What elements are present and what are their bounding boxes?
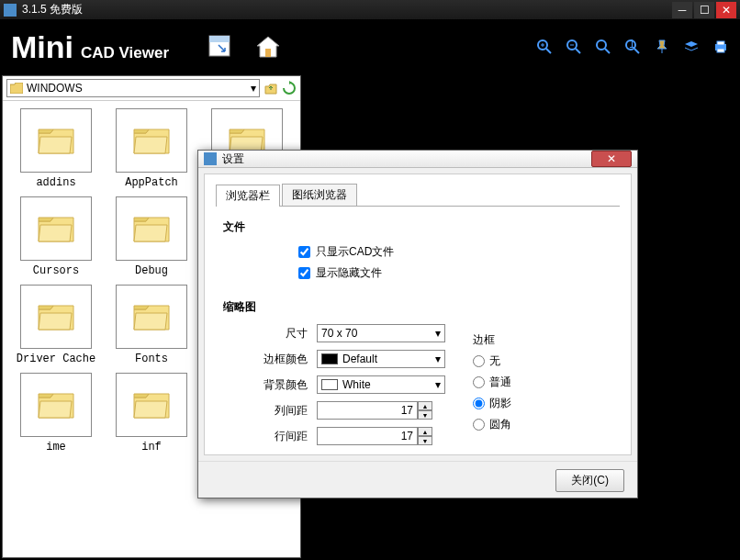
checkbox-show-hidden[interactable] <box>298 267 310 279</box>
svg-line-8 <box>576 49 580 53</box>
spin-down-icon[interactable]: ▼ <box>418 436 432 445</box>
spin-down-icon[interactable]: ▼ <box>418 410 432 420</box>
radio-border-normal[interactable] <box>473 376 485 388</box>
print-icon[interactable] <box>712 39 729 55</box>
pin-icon[interactable] <box>654 39 670 55</box>
app-icon <box>4 4 17 17</box>
input-row-spacing[interactable] <box>317 427 418 445</box>
home-tool-icon[interactable] <box>252 30 285 63</box>
brand-cad: CAD Viewer <box>81 44 169 62</box>
folder-icon <box>20 285 92 349</box>
label-bg-color: 背景颜色 <box>234 377 317 393</box>
toolbar: Mini CAD Viewer 1 <box>0 20 740 73</box>
folder-icon <box>20 108 92 173</box>
folder-item[interactable]: Cursors <box>10 196 102 277</box>
folder-label: inf <box>141 441 162 454</box>
folder-label: Cursors <box>33 264 79 277</box>
path-row: WINDOWS ▾ <box>3 76 300 101</box>
dialog-close-button[interactable]: ✕ <box>591 151 632 167</box>
path-dropdown[interactable]: WINDOWS ▾ <box>6 79 260 97</box>
radio-border-none[interactable] <box>473 355 485 367</box>
svg-line-4 <box>546 49 551 53</box>
label-border: 边框 <box>473 332 620 348</box>
section-file-title: 文件 <box>223 219 620 235</box>
folder-label: Fonts <box>135 353 168 365</box>
folder-item[interactable]: Debug <box>106 196 197 277</box>
spin-up-icon[interactable]: ▲ <box>418 427 432 436</box>
spin-up-icon[interactable]: ▲ <box>418 401 432 410</box>
dialog-tabs: 浏览器栏 图纸浏览器 <box>216 184 620 207</box>
svg-line-11 <box>605 49 610 53</box>
folder-item[interactable]: Driver Cache <box>10 285 102 365</box>
settings-dialog: 设置 ✕ 浏览器栏 图纸浏览器 文件 只显示CAD文件 显示隐藏文件 缩略图 尺… <box>197 150 638 498</box>
zoom-fit-icon[interactable] <box>595 39 611 55</box>
select-bg-color[interactable]: White▾ <box>317 375 445 394</box>
folder-label: Driver Cache <box>17 353 95 365</box>
zoom-in-icon[interactable] <box>536 39 553 55</box>
document-tool-icon[interactable] <box>204 30 237 63</box>
chevron-down-icon: ▾ <box>435 378 441 391</box>
folder-icon <box>116 285 187 349</box>
svg-text:1: 1 <box>629 39 635 50</box>
svg-line-13 <box>634 49 639 53</box>
chevron-down-icon: ▾ <box>435 327 441 340</box>
svg-point-10 <box>597 40 606 50</box>
folder-label: Debug <box>135 264 168 277</box>
path-value: WINDOWS <box>27 82 83 95</box>
folder-item[interactable]: addins <box>10 108 102 189</box>
radio-border-shadow[interactable] <box>473 398 485 409</box>
svg-rect-2 <box>265 49 271 57</box>
minimize-button[interactable]: ─ <box>672 2 692 18</box>
folder-icon <box>20 373 92 437</box>
folder-label: ime <box>46 441 66 454</box>
label-row-spacing: 行间距 <box>234 429 317 444</box>
brand-logo: Mini CAD Viewer <box>11 29 169 65</box>
label-show-hidden: 显示隐藏文件 <box>316 265 382 281</box>
checkbox-only-cad[interactable] <box>298 246 310 258</box>
select-border-color[interactable]: Default▾ <box>317 350 445 368</box>
folder-icon <box>10 83 23 94</box>
maximize-button[interactable]: ☐ <box>694 2 714 18</box>
label-size: 尺寸 <box>234 326 317 342</box>
svg-rect-17 <box>717 49 724 52</box>
label-only-cad: 只显示CAD文件 <box>316 244 394 260</box>
section-thumbnail-title: 缩略图 <box>223 299 620 315</box>
up-folder-icon[interactable] <box>263 81 278 95</box>
window-title: 3.1.5 免费版 <box>22 2 672 17</box>
svg-rect-16 <box>717 41 724 45</box>
chevron-down-icon: ▾ <box>435 353 441 365</box>
folder-item[interactable]: inf <box>106 373 197 454</box>
main-titlebar: 3.1.5 免费版 ─ ☐ ✕ <box>0 0 740 20</box>
folder-label: AppPatch <box>125 176 178 189</box>
refresh-icon[interactable] <box>282 81 297 95</box>
zoom-actual-icon[interactable]: 1 <box>624 39 641 55</box>
label-col-spacing: 列间距 <box>234 403 317 419</box>
zoom-out-icon[interactable] <box>566 39 582 55</box>
input-col-spacing[interactable] <box>317 401 418 420</box>
dialog-title: 设置 <box>222 151 591 167</box>
tab-drawing-browser[interactable]: 图纸浏览器 <box>282 184 357 206</box>
tab-browser-bar[interactable]: 浏览器栏 <box>216 185 280 207</box>
folder-item[interactable]: ime <box>10 373 102 454</box>
radio-border-rounded[interactable] <box>473 419 485 431</box>
folder-icon <box>116 196 187 261</box>
select-size[interactable]: 70 x 70▾ <box>317 324 445 342</box>
folder-icon <box>116 108 187 173</box>
svg-rect-1 <box>209 36 230 42</box>
dialog-icon <box>204 152 217 165</box>
dialog-titlebar: 设置 ✕ <box>198 151 637 168</box>
close-dialog-button[interactable]: 关闭(C) <box>555 469 624 492</box>
folder-icon <box>116 373 187 437</box>
folder-icon <box>20 196 92 261</box>
swatch-black <box>321 353 338 364</box>
label-border-color: 边框颜色 <box>234 352 317 367</box>
brand-mini: Mini <box>11 29 73 65</box>
close-button[interactable]: ✕ <box>716 2 736 18</box>
folder-item[interactable]: AppPatch <box>106 108 197 189</box>
swatch-white <box>321 379 338 390</box>
folder-label: addins <box>36 176 75 189</box>
zoom-controls: 1 <box>536 39 729 55</box>
folder-item[interactable]: Fonts <box>106 285 197 365</box>
chevron-down-icon: ▾ <box>251 82 256 95</box>
layers-icon[interactable] <box>683 39 700 55</box>
